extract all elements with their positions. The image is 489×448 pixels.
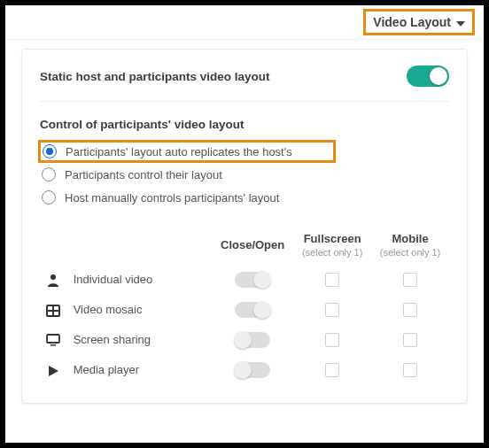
- video-layout-dropdown-label: Video Layout: [373, 15, 451, 29]
- monitor-icon: [43, 333, 63, 348]
- individual-fullscreen-checkbox[interactable]: [325, 273, 339, 287]
- media-mobile-checkbox[interactable]: [403, 363, 417, 377]
- caret-down-icon: [456, 15, 465, 29]
- table-row: Screen sharing: [40, 325, 449, 355]
- svg-rect-2: [48, 306, 52, 310]
- play-icon: [43, 364, 63, 378]
- svg-rect-4: [48, 312, 52, 315]
- radio-auto-replicate[interactable]: Participants' layout auto replicates the…: [38, 140, 336, 163]
- svg-point-0: [50, 274, 56, 280]
- individual-mobile-checkbox[interactable]: [403, 273, 417, 287]
- radio-host-controls[interactable]: Host manually controls participants' lay…: [40, 186, 449, 209]
- col-mobile: Mobile (select only 1): [371, 225, 449, 265]
- feature-label: Screen sharing: [74, 333, 151, 346]
- screen-close-open-toggle[interactable]: [235, 332, 270, 348]
- feature-label: Media player: [74, 363, 139, 376]
- control-section-title: Control of participants' video layout: [40, 118, 449, 131]
- svg-rect-3: [54, 306, 58, 310]
- radio-label: Participants' layout auto replicates the…: [66, 145, 292, 158]
- toggle-knob: [430, 67, 447, 85]
- radio-icon: [42, 190, 56, 205]
- settings-panel: Static host and participants video layou…: [21, 49, 468, 404]
- radio-icon: [43, 144, 57, 158]
- table-row: Media player: [40, 355, 449, 385]
- radio-icon: [42, 167, 56, 182]
- media-fullscreen-checkbox[interactable]: [325, 363, 339, 377]
- mosaic-fullscreen-checkbox[interactable]: [325, 303, 339, 317]
- radio-label: Participants control their layout: [65, 168, 222, 182]
- person-icon: [43, 273, 63, 288]
- static-layout-row: Static host and participants video layou…: [40, 66, 449, 102]
- svg-rect-5: [54, 312, 58, 315]
- video-layout-dropdown[interactable]: Video Layout: [363, 9, 475, 35]
- feature-label: Video mosaic: [74, 303, 143, 316]
- feature-label: Individual video: [74, 273, 153, 286]
- svg-rect-6: [47, 335, 59, 343]
- radio-label: Host manually controls participants' lay…: [65, 191, 279, 205]
- col-close-open: Close/Open: [212, 225, 293, 265]
- col-fullscreen: Fullscreen (select only 1): [293, 225, 371, 265]
- svg-rect-7: [50, 344, 56, 346]
- static-layout-toggle[interactable]: [407, 66, 449, 87]
- top-bar: Video Layout: [5, 5, 484, 40]
- individual-close-open-toggle[interactable]: [235, 272, 270, 288]
- radio-participants-control[interactable]: Participants control their layout: [40, 163, 449, 186]
- screen-fullscreen-checkbox[interactable]: [325, 333, 339, 347]
- mosaic-close-open-toggle[interactable]: [235, 302, 270, 318]
- table-row: Individual video: [40, 265, 449, 295]
- screen-mobile-checkbox[interactable]: [403, 333, 417, 347]
- media-close-open-toggle[interactable]: [235, 362, 270, 378]
- static-layout-label: Static host and participants video layou…: [40, 70, 270, 83]
- grid-icon: [43, 304, 63, 318]
- feature-table: Close/Open Fullscreen (select only 1) Mo…: [40, 225, 449, 385]
- table-row: Video mosaic: [40, 295, 449, 325]
- mosaic-mobile-checkbox[interactable]: [403, 303, 417, 317]
